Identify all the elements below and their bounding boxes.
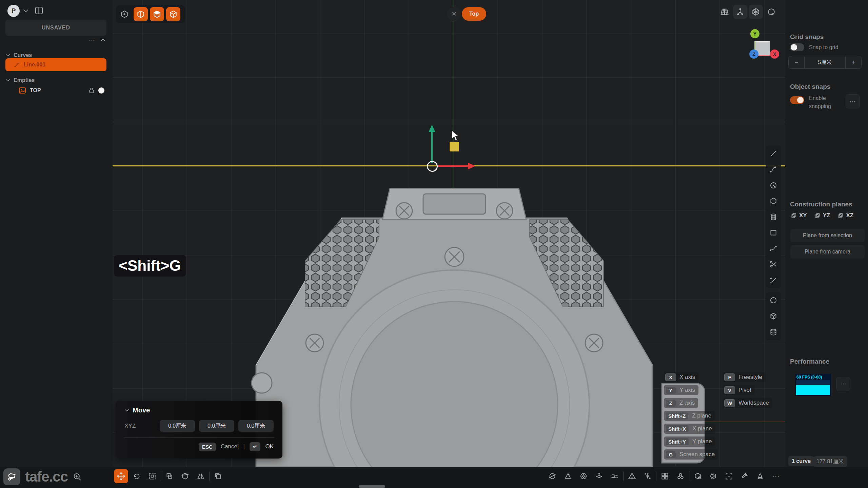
move-tool-button[interactable]: [114, 469, 128, 483]
move-y-field[interactable]: 0.0厘米: [199, 420, 234, 432]
view-label-pill[interactable]: Top: [462, 7, 486, 21]
grid-step-value[interactable]: 5厘米: [805, 56, 845, 68]
move-dialog-header[interactable]: Move: [116, 401, 282, 414]
plane-from-selection-button[interactable]: Plane from selection: [790, 229, 865, 242]
tangent-curve-icon: [769, 276, 778, 285]
cplane-button[interactable]: [561, 469, 575, 483]
zoom-in-icon[interactable]: [73, 472, 82, 482]
move-z-field[interactable]: 0.0厘米: [238, 420, 274, 432]
hint-label: Freestyle: [738, 374, 762, 381]
deform-button[interactable]: [608, 469, 622, 483]
plane-from-camera-button[interactable]: Plane from camera: [790, 245, 865, 259]
extrude-button[interactable]: [592, 469, 606, 483]
plane-yz-button[interactable]: YZ: [814, 212, 830, 219]
cut-tool-button[interactable]: [178, 469, 192, 483]
hint-row-z-plane: Shift+Z Z plane: [664, 411, 715, 421]
group-label: Empties: [14, 77, 35, 83]
avatar[interactable]: P: [7, 5, 20, 17]
visibility-dot[interactable]: [98, 87, 104, 94]
warnings-button[interactable]: [625, 469, 639, 483]
selection-box-button[interactable]: [722, 469, 736, 483]
grid-step-stepper: − 5厘米 +: [788, 56, 862, 69]
unsaved-button[interactable]: UNSAVED: [5, 20, 106, 36]
gizmo-axis-y-badge[interactable]: Y: [750, 29, 760, 38]
boolean-tool-button[interactable]: [162, 469, 177, 483]
close-view-button[interactable]: ✕: [447, 7, 461, 21]
plane-xz-button[interactable]: XZ: [837, 212, 853, 219]
tangent-curve-button[interactable]: [769, 276, 778, 285]
lock-icon[interactable]: [88, 87, 95, 94]
line-tool-button[interactable]: [769, 149, 778, 158]
auto-update-button[interactable]: [640, 469, 655, 483]
three-circles-icon: [676, 472, 685, 481]
axes-display-button[interactable]: [733, 5, 747, 19]
collapse-all-icon[interactable]: [100, 38, 106, 42]
edge-mode-button[interactable]: [134, 7, 148, 21]
plane-icon: [837, 212, 844, 219]
gizmo-origin-circle[interactable]: [427, 161, 438, 172]
key-badge: X: [665, 373, 676, 381]
performance-more-button[interactable]: ⋯: [836, 377, 850, 391]
rectangle-tool-button[interactable]: [769, 228, 778, 237]
gizmo-axis-x-badge[interactable]: X: [770, 49, 779, 59]
vertex-mode-button[interactable]: [117, 7, 132, 21]
hint-label: Worldspace: [738, 400, 769, 406]
chevron-down-icon[interactable]: [23, 9, 28, 13]
esc-key-badge: ESC: [199, 443, 216, 451]
wireframe-display-button[interactable]: [749, 5, 763, 19]
spline-tool-button[interactable]: [769, 165, 778, 174]
gizmo-plane-handle[interactable]: [450, 142, 459, 151]
tree-item-top[interactable]: TOP: [5, 85, 106, 96]
freehand-curve-button[interactable]: [769, 244, 778, 253]
circle-tool-button[interactable]: [769, 181, 778, 190]
hint-row-z-axis: Z Z axis: [664, 398, 698, 408]
ok-button[interactable]: OK: [265, 443, 274, 450]
build-button[interactable]: [737, 469, 752, 483]
grid-display-button[interactable]: [717, 5, 732, 19]
trim-tool-button[interactable]: [769, 260, 778, 269]
coil-tool-button[interactable]: [769, 212, 778, 221]
keystroke-text: <Shift>G: [119, 257, 181, 274]
tree-item-line001[interactable]: Line.001: [5, 58, 106, 71]
step-increase-button[interactable]: +: [845, 56, 861, 68]
split-panel-icon[interactable]: [34, 5, 44, 16]
xyz-label: XYZ: [124, 423, 156, 429]
orbit-icon: [767, 7, 776, 17]
scale-tool-button[interactable]: [145, 469, 159, 483]
cancel-button[interactable]: Cancel: [221, 443, 239, 450]
mouse-cursor: [451, 129, 462, 142]
gizmo-y-arrow[interactable]: [431, 131, 433, 163]
camera-orbit-button[interactable]: [764, 5, 778, 19]
gizmo-x-arrow[interactable]: [437, 165, 468, 167]
group-row-empties[interactable]: Empties: [5, 75, 106, 86]
radial-menu-button[interactable]: [576, 469, 591, 483]
brand-name: tafe.cc: [25, 469, 68, 485]
solid-mode-button[interactable]: [166, 7, 180, 21]
move-x-field[interactable]: 0.0厘米: [160, 420, 195, 432]
layout-grid-button[interactable]: [658, 469, 672, 483]
edit-solid-button[interactable]: [691, 469, 705, 483]
snap-to-grid-toggle[interactable]: [790, 43, 804, 51]
sphere-tool-button[interactable]: [769, 296, 778, 305]
viewport-3d-model[interactable]: [234, 187, 715, 467]
object-snaps-more-button[interactable]: ⋯: [846, 94, 860, 108]
box-tool-button[interactable]: [769, 312, 778, 321]
notifications-button[interactable]: [753, 469, 767, 483]
group-button[interactable]: [673, 469, 688, 483]
instances-button[interactable]: [706, 469, 721, 483]
line-icon: [769, 149, 778, 158]
rotate-tool-button[interactable]: [130, 469, 144, 483]
gizmo-axis-z-badge[interactable]: Z: [749, 49, 758, 59]
duplicate-tool-button[interactable]: [211, 469, 225, 483]
face-mode-button[interactable]: [150, 7, 164, 21]
mirror-tool-button[interactable]: [194, 469, 208, 483]
3d-viewport[interactable]: <Shift>G: [113, 0, 785, 467]
cylinder-tool-button[interactable]: [769, 328, 778, 337]
step-decrease-button[interactable]: −: [789, 56, 805, 68]
outliner-more-icon[interactable]: ⋯: [89, 37, 95, 44]
enable-snapping-toggle[interactable]: [790, 96, 804, 104]
isolate-button[interactable]: [545, 469, 559, 483]
polygon-tool-button[interactable]: [769, 197, 778, 205]
more-tools-button[interactable]: ⋯: [769, 469, 783, 483]
plane-xy-button[interactable]: XY: [791, 212, 807, 219]
